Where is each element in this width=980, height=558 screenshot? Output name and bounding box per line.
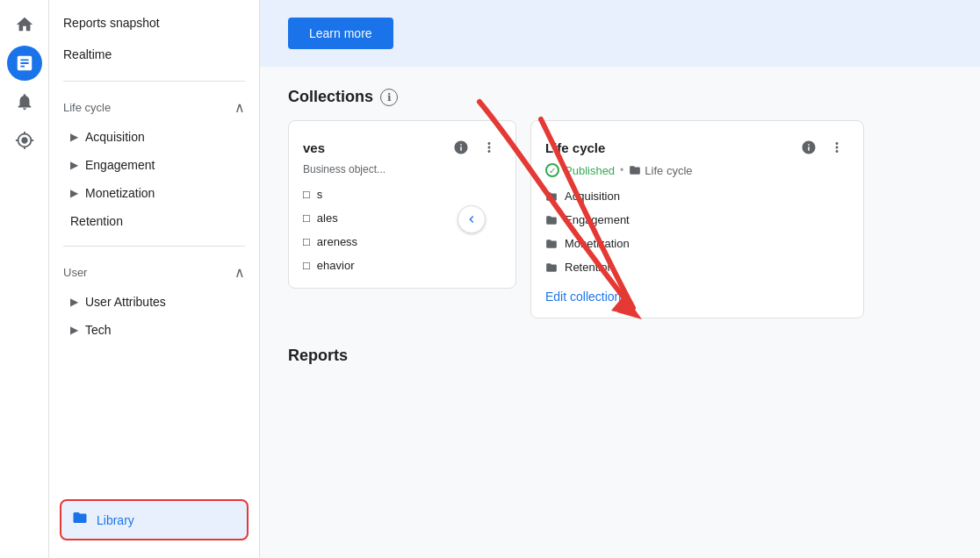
partial-collection-card: ves Business object... □ s — [288, 120, 516, 289]
sidebar-item-monetization[interactable]: ▶ Monetization — [49, 179, 259, 207]
library-item[interactable]: Library — [60, 499, 249, 540]
lifecycle-section: Life cycle ∧ ▶ Acquisition ▶ Engagement … — [49, 85, 259, 242]
sidebar-item-realtime[interactable]: Realtime — [49, 39, 259, 70]
chevron-icon: ▶ — [70, 324, 78, 336]
folder-icon — [545, 238, 558, 250]
list-item: Monetization — [545, 235, 849, 252]
card-header: ves — [303, 135, 501, 160]
folder-icon — [72, 510, 88, 530]
sidebar-top-section: Reports snapshot Realtime — [49, 0, 259, 77]
sidebar-item-engagement[interactable]: ▶ Engagement — [49, 151, 259, 179]
reports-title: Reports — [260, 340, 980, 365]
card-subtitle: Business object... — [303, 163, 501, 175]
collections-title: Collections — [288, 88, 373, 106]
collections-section: Collections ℹ ves Business ob — [260, 67, 980, 340]
home-icon[interactable] — [7, 7, 42, 42]
card-info-button[interactable] — [796, 135, 821, 160]
lifecycle-collection-card: Life cycle ✓ Published • — [530, 120, 864, 318]
collections-header: Collections ℹ — [288, 88, 952, 106]
sidebar: Reports snapshot Realtime Life cycle ∧ ▶… — [49, 0, 260, 558]
collapse-icon: ∧ — [234, 99, 245, 116]
lifecycle-card-title: Life cycle — [545, 140, 605, 155]
analytics-icon[interactable] — [7, 46, 42, 81]
folder-icon — [545, 261, 558, 274]
folder-icon: □ — [303, 211, 310, 225]
sidebar-item-acquisition[interactable]: ▶ Acquisition — [49, 123, 259, 151]
alerts-icon[interactable] — [7, 84, 42, 119]
chevron-icon: ▶ — [70, 296, 78, 308]
folder-icon: □ — [303, 188, 310, 201]
list-item: Retention — [545, 259, 849, 275]
sidebar-divider-2 — [63, 246, 245, 247]
icon-rail — [0, 0, 49, 558]
user-section: User ∧ ▶ User Attributes ▶ Tech — [49, 250, 259, 351]
folder-icon — [545, 214, 558, 226]
card-header: Life cycle — [545, 135, 849, 160]
chevron-icon: ▶ — [70, 131, 78, 143]
edit-collection-link[interactable]: Edit collection — [545, 290, 849, 304]
card-info-button[interactable] — [449, 135, 473, 160]
published-checkmark-icon: ✓ — [545, 163, 559, 177]
sidebar-item-user-attributes[interactable]: ▶ User Attributes — [49, 288, 259, 316]
collections-row: ves Business object... □ s — [288, 120, 952, 318]
sidebar-bottom: Library — [49, 492, 259, 558]
card-icons — [796, 135, 849, 160]
lifecycle-badge-label: Life cycle — [629, 164, 692, 177]
lifecycle-section-header[interactable]: Life cycle ∧ — [49, 92, 259, 123]
collections-info-icon[interactable]: ℹ — [380, 89, 398, 106]
main-content: Learn more Collections ℹ ves — [260, 0, 980, 558]
list-item: □ ehavior — [303, 257, 501, 274]
card-more-button[interactable] — [825, 135, 849, 160]
published-badge: ✓ Published • Life cycle — [545, 163, 849, 177]
carousel-prev-button[interactable] — [458, 205, 486, 233]
top-banner: Learn more — [260, 0, 980, 67]
chevron-icon: ▶ — [70, 187, 78, 199]
settings-icon[interactable] — [7, 123, 42, 158]
list-item: □ s — [303, 186, 501, 203]
folder-icon: □ — [303, 259, 310, 272]
card-title-partial: ves — [303, 140, 325, 155]
sidebar-divider-1 — [63, 81, 245, 82]
folder-icon — [545, 190, 558, 203]
user-section-header[interactable]: User ∧ — [49, 257, 259, 288]
card-more-button[interactable] — [477, 135, 501, 160]
list-item: Acquisition — [545, 188, 849, 204]
sidebar-item-reports-snapshot[interactable]: Reports snapshot — [49, 7, 259, 39]
list-item: Engagement — [545, 211, 849, 228]
chevron-icon: ▶ — [70, 159, 78, 171]
sidebar-item-retention[interactable]: Retention — [49, 207, 259, 235]
card-icons — [449, 135, 501, 160]
published-label: Published — [565, 164, 615, 177]
list-item: □ areness — [303, 233, 501, 250]
learn-more-button[interactable]: Learn more — [288, 18, 393, 49]
collapse-icon: ∧ — [234, 264, 245, 281]
sidebar-item-tech[interactable]: ▶ Tech — [49, 316, 259, 344]
lifecycle-card-items: Acquisition Engagement Monetization Rete… — [545, 188, 849, 275]
folder-icon: □ — [303, 235, 310, 248]
